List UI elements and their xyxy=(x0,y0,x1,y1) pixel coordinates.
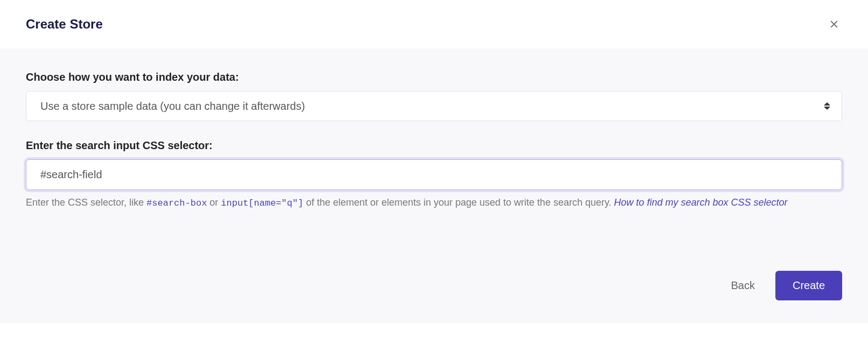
close-icon xyxy=(828,18,840,30)
help-code-example-2: input[name="q"] xyxy=(221,198,303,208)
css-selector-input[interactable] xyxy=(26,159,842,190)
css-selector-label: Enter the search input CSS selector: xyxy=(26,139,842,152)
create-button[interactable]: Create xyxy=(775,271,842,300)
modal-body: Choose how you want to index your data: … xyxy=(0,48,868,323)
close-button[interactable] xyxy=(826,16,842,32)
help-text: Enter the CSS selector, like #search-box… xyxy=(26,195,842,210)
help-link[interactable]: How to find my search box CSS selector xyxy=(614,197,787,208)
modal-header: Create Store xyxy=(0,0,868,48)
index-data-label: Choose how you want to index your data: xyxy=(26,71,842,83)
back-button[interactable]: Back xyxy=(720,271,766,300)
help-text-or: or xyxy=(207,197,221,208)
help-text-prefix: Enter the CSS selector, like xyxy=(26,197,146,208)
modal-footer: Back Create xyxy=(720,271,843,300)
help-text-suffix: of the element or elements in your page … xyxy=(303,197,614,208)
modal-title: Create Store xyxy=(26,17,103,32)
index-data-select[interactable]: Use a store sample data (you can change … xyxy=(26,91,842,121)
index-data-select-wrapper: Use a store sample data (you can change … xyxy=(26,91,842,121)
help-code-example-1: #search-box xyxy=(146,198,207,208)
